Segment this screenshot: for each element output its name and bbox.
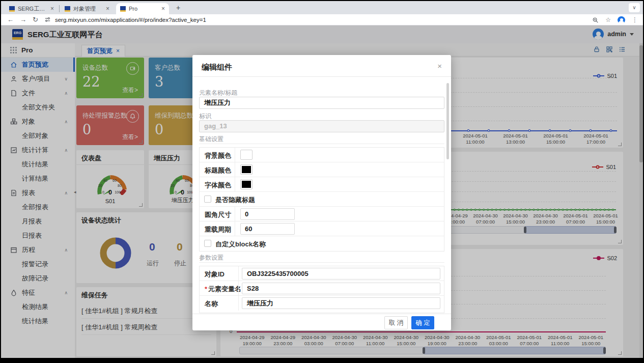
setting-label: 背景颜色 (205, 151, 231, 160)
site-favicon (9, 6, 15, 12)
modal-close-icon[interactable]: × (437, 62, 442, 70)
basic-settings-table: 背景颜色 标题颜色 字体颜色 是否隐藏标题 圆角尺寸 0 重载周期 60 (199, 147, 444, 252)
modal-title: 编辑组件 (202, 63, 232, 72)
title-color-swatch[interactable] (240, 164, 253, 175)
setting-label: 重载周期 (205, 225, 231, 234)
modal-footer: 取 消 确 定 (192, 314, 451, 330)
reload-period-input[interactable]: 60 (240, 223, 295, 235)
checkbox-label: 是否隐藏标题 (215, 196, 255, 205)
setting-label: 圆角尺寸 (205, 210, 231, 219)
basic-settings-section-label: 基础设置 (199, 135, 223, 144)
hide-title-checkbox[interactable] (204, 196, 211, 203)
setting-row-hide-title: 是否隐藏标题 (200, 192, 444, 207)
required-marker: * (205, 285, 207, 293)
browser-menu-icon[interactable]: ⋮ (632, 16, 638, 23)
browser-tab[interactable]: 对象管理 × (61, 3, 114, 14)
tab-close-icon[interactable]: × (161, 5, 165, 12)
reload-icon[interactable]: ↻ (33, 16, 38, 23)
tab-close-icon[interactable]: × (106, 5, 109, 12)
browser-tab[interactable]: SERG工业互联网平台 × (5, 3, 58, 14)
browser-profile-avatar[interactable] (618, 16, 625, 24)
url-text[interactable]: serg.mixyun.com/mixapplication/#/pro/ind… (55, 17, 206, 23)
forward-icon[interactable]: → (20, 16, 26, 23)
param-row-name: 名称 增压压力 (200, 296, 444, 311)
setting-row-custom-block: 自定义block名称 (200, 236, 444, 251)
new-tab-button[interactable]: + (173, 4, 183, 12)
ok-button[interactable]: 确 定 (411, 316, 434, 329)
browser-tab-active[interactable]: Pro × (116, 3, 169, 14)
zoom-icon[interactable] (592, 17, 599, 23)
param-label: 名称 (205, 299, 218, 309)
checkbox-label: 自定义block名称 (215, 240, 266, 249)
setting-row-title-color: 标题颜色 (200, 162, 444, 177)
modal-scrollbar-thumb[interactable] (446, 83, 449, 159)
identifier-label: 标识 (199, 112, 444, 121)
tab-separator (59, 5, 60, 12)
cancel-button[interactable]: 取 消 (384, 316, 408, 329)
browser-tabstrip: SERG工业互联网平台 × 对象管理 × Pro × + ∨ (1, 1, 643, 14)
edit-component-modal: 编辑组件 × 元素名称/标题 增压压力 标识 gag_13 基础设置 背景颜色 … (192, 55, 451, 330)
site-settings-icon[interactable] (44, 16, 51, 23)
setting-row-font-color: 字体颜色 (200, 177, 444, 192)
param-settings-table: 对象ID OBJ3225435700005 *元素变量名 S28 名称 增压压力 (199, 266, 444, 313)
element-name-label: 元素名称/标题 (199, 89, 444, 97)
name-input[interactable]: 增压压力 (242, 297, 440, 309)
tab-close-icon[interactable]: × (50, 5, 54, 12)
tab-title: SERG工业互联网平台 (18, 5, 47, 13)
font-color-swatch[interactable] (240, 179, 253, 189)
object-id-input[interactable]: OBJ3225435700005 (242, 268, 440, 280)
custom-block-checkbox[interactable] (204, 240, 211, 247)
bookmark-star-icon[interactable]: ☆ (605, 16, 611, 23)
setting-label: 字体颜色 (205, 181, 231, 190)
variable-name-input[interactable]: S28 (242, 283, 440, 294)
setting-label: 标题颜色 (205, 166, 231, 175)
setting-row-reload-period: 重载周期 60 (200, 221, 444, 236)
bg-color-swatch[interactable] (240, 150, 253, 160)
screen: SERG工业互联网平台 × 对象管理 × Pro × + ∨ ← → ↻ ser… (0, 0, 644, 363)
tab-title: 对象管理 (73, 5, 103, 13)
param-settings-section-label: 参数设置 (199, 254, 223, 262)
element-name-input[interactable]: 增压压力 (199, 97, 444, 109)
tab-title: Pro (129, 6, 158, 12)
site-favicon (120, 6, 126, 12)
back-icon[interactable]: ← (7, 16, 14, 23)
setting-row-bg-color: 背景颜色 (200, 148, 444, 162)
identifier-input: gag_13 (199, 120, 444, 132)
setting-row-corner-radius: 圆角尺寸 0 (200, 207, 444, 221)
site-favicon (65, 6, 70, 12)
browser-toolbar: ← → ↻ serg.mixyun.com/mixapplication/#/p… (1, 14, 643, 25)
param-row-object-id: 对象ID OBJ3225435700005 (200, 266, 444, 281)
tab-search-caret-icon[interactable]: ∨ (629, 3, 640, 12)
param-label: 对象ID (205, 270, 225, 279)
param-label: *元素变量名 (205, 285, 241, 294)
param-row-variable-name: *元素变量名 S28 (200, 281, 444, 296)
corner-radius-input[interactable]: 0 (240, 208, 295, 220)
